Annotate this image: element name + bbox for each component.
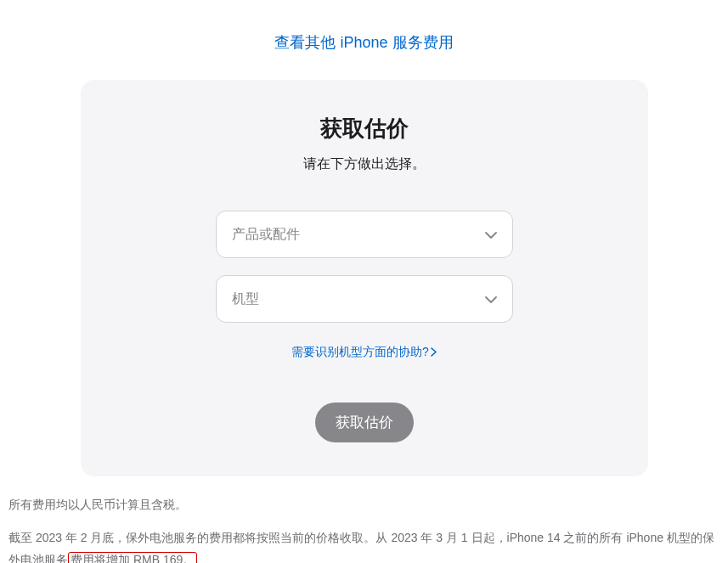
product-select-placeholder: 产品或配件 xyxy=(232,226,300,244)
card-subtitle: 请在下方做出选择。 xyxy=(98,155,631,173)
chevron-right-icon xyxy=(431,346,437,359)
get-estimate-button[interactable]: 获取估价 xyxy=(315,403,414,442)
footer-currency-note: 所有费用均以人民币计算且含税。 xyxy=(8,493,720,516)
footer-price-note: 截至 2023 年 2 月底，保外电池服务的费用都将按照当前的价格收取。从 20… xyxy=(8,526,720,563)
other-services-link[interactable]: 查看其他 iPhone 服务费用 xyxy=(0,32,728,53)
chevron-down-icon xyxy=(485,227,497,242)
model-select[interactable]: 机型 xyxy=(216,275,513,323)
estimate-card: 获取估价 请在下方做出选择。 产品或配件 机型 需要识别机型方面的协助? 获取估… xyxy=(81,80,648,476)
price-increase-highlight: 费用将增加 RMB 169。 xyxy=(68,552,197,563)
identify-model-help-link[interactable]: 需要识别机型方面的协助? xyxy=(291,345,437,360)
product-select[interactable]: 产品或配件 xyxy=(216,211,513,258)
card-title: 获取估价 xyxy=(98,114,631,144)
chevron-down-icon xyxy=(485,291,497,307)
model-select-placeholder: 机型 xyxy=(232,290,259,308)
help-link-label: 需要识别机型方面的协助? xyxy=(291,345,429,360)
